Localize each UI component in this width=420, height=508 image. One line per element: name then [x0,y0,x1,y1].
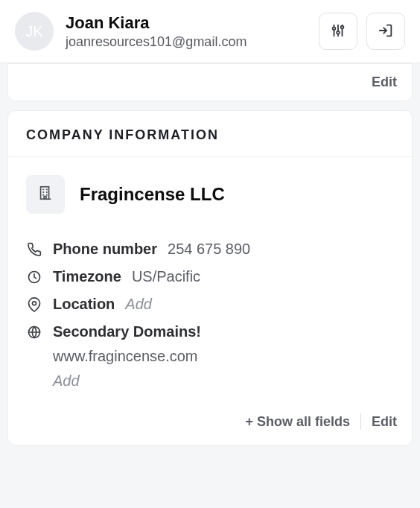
enter-icon [378,22,394,41]
building-icon [37,185,54,204]
field-label: Phone number [53,241,157,258]
open-button[interactable] [366,13,405,50]
company-name: Fragincense LLC [80,184,225,205]
company-icon-box [26,175,65,214]
company-info-card: COMPANY INFORMATION [7,110,413,445]
show-all-fields-button[interactable]: + Show all fields [245,414,350,430]
svg-point-4 [337,31,340,34]
card-footer: + Show all fields Edit [8,404,412,445]
avatar[interactable]: JK [15,12,54,51]
field-value: US/Pacific [132,268,200,285]
edit-button[interactable]: Edit [372,74,397,90]
user-info: Joan Kiara joanresources101@gmail.com [66,13,319,50]
field-label: Timezone [53,268,121,285]
settings-button[interactable] [319,13,357,50]
card-header: COMPANY INFORMATION [8,111,412,157]
previous-card-footer: Edit [7,63,413,101]
domain-values: www.fragincense.com Add [53,348,394,390]
svg-point-17 [33,301,36,305]
svg-point-3 [333,27,336,30]
field-label: Secondary Domains! [53,323,201,340]
card-title: COMPANY INFORMATION [26,127,394,143]
svg-rect-7 [41,187,49,200]
phone-icon [26,242,42,257]
add-location-button[interactable]: Add [125,296,152,313]
user-email: joanresources101@gmail.com [66,34,319,50]
globe-icon [26,325,42,340]
header-actions [319,13,405,50]
user-name: Joan Kiara [66,13,319,33]
svg-point-5 [341,25,344,28]
company-row: Fragincense LLC [26,175,394,214]
contact-header: JK Joan Kiara joanresources101@gmail.com [0,0,420,63]
avatar-initials: JK [25,23,42,40]
pin-icon [26,297,42,312]
card-body: Fragincense LLC Phone number 254 675 890… [8,157,412,404]
domain-value: www.fragincense.com [53,348,394,365]
field-value: 254 675 890 [168,241,250,258]
field-label: Location [53,296,115,313]
field-location: Location Add [26,296,394,313]
field-domains: Secondary Domains! [26,323,394,340]
field-phone: Phone number 254 675 890 [26,241,394,258]
divider [360,413,361,430]
add-domain-button[interactable]: Add [53,372,394,390]
edit-button[interactable]: Edit [372,414,397,430]
clock-icon [26,270,42,285]
sliders-icon [330,22,346,41]
field-timezone: Timezone US/Pacific [26,268,394,285]
svg-rect-14 [44,197,46,200]
